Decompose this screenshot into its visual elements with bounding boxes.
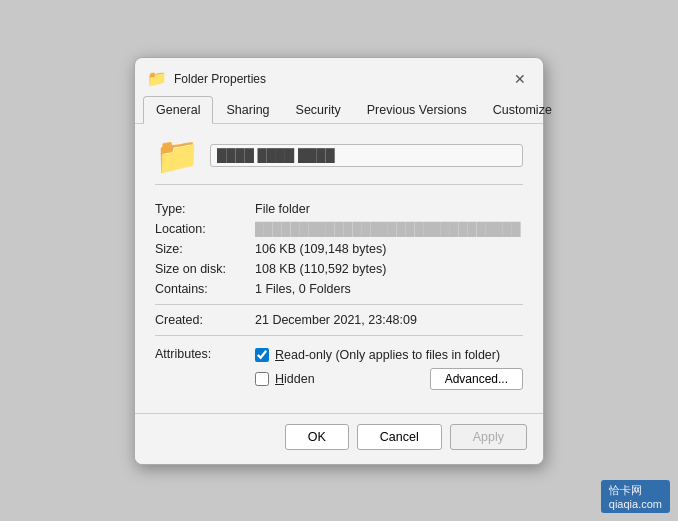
hidden-attr-row: Hidden Advanced... [255, 368, 523, 390]
properties-dialog: 📁 Folder Properties ✕ General Sharing Se… [134, 57, 544, 465]
tab-previous-versions[interactable]: Previous Versions [354, 96, 480, 123]
attributes-section: Read-only (Only applies to files in fold… [255, 348, 523, 390]
table-row: Type: File folder [155, 199, 523, 219]
readonly-label: Read-only (Only applies to files in fold… [275, 348, 500, 362]
table-row: Size: 106 KB (109,148 bytes) [155, 239, 523, 259]
table-row: Contains: 1 Files, 0 Folders [155, 279, 523, 299]
separator-row [155, 299, 523, 310]
prop-value-size-on-disk: 108 KB (110,592 bytes) [255, 259, 523, 279]
content-area: 📁 Type: File folder Location: ██████████… [135, 124, 543, 413]
hidden-label: Hidden [275, 372, 315, 386]
dialog-title: Folder Properties [174, 72, 266, 86]
prop-value-location: ██████████████████████████████ [255, 219, 523, 239]
close-button[interactable]: ✕ [509, 68, 531, 90]
folder-icon: 📁 [155, 138, 200, 174]
title-bar-left: 📁 Folder Properties [147, 69, 266, 88]
tab-general[interactable]: General [143, 96, 213, 124]
prop-label-contains: Contains: [155, 279, 255, 299]
cancel-button[interactable]: Cancel [357, 424, 442, 450]
prop-label-size-on-disk: Size on disk: [155, 259, 255, 279]
watermark: 恰卡网qiaqia.com [601, 480, 670, 513]
tab-sharing[interactable]: Sharing [213, 96, 282, 123]
hidden-checkbox[interactable] [255, 372, 269, 386]
footer: OK Cancel Apply [135, 413, 543, 464]
title-folder-icon: 📁 [147, 69, 167, 88]
tab-customize[interactable]: Customize [480, 96, 565, 123]
table-row: Size on disk: 108 KB (110,592 bytes) [155, 259, 523, 279]
table-row: Location: ██████████████████████████████ [155, 219, 523, 239]
ok-button[interactable]: OK [285, 424, 349, 450]
prop-label-size: Size: [155, 239, 255, 259]
readonly-checkbox[interactable] [255, 348, 269, 362]
apply-button[interactable]: Apply [450, 424, 527, 450]
prop-label-location: Location: [155, 219, 255, 239]
prop-label-attributes: Attributes: [155, 341, 255, 399]
prop-value-contains: 1 Files, 0 Folders [255, 279, 523, 299]
readonly-attr-row: Read-only (Only applies to files in fold… [255, 348, 523, 362]
prop-value-size: 106 KB (109,148 bytes) [255, 239, 523, 259]
properties-table: Type: File folder Location: ████████████… [155, 199, 523, 399]
folder-name-input[interactable] [210, 144, 523, 167]
table-row: Created: 21 December 2021, 23:48:09 [155, 310, 523, 330]
prop-value-type: File folder [255, 199, 523, 219]
attributes-row: Attributes: Read-only (Only applies to f… [155, 341, 523, 399]
tabs-bar: General Sharing Security Previous Versio… [135, 96, 543, 124]
separator-row-2 [155, 330, 523, 341]
folder-row: 📁 [155, 138, 523, 185]
prop-label-created: Created: [155, 310, 255, 330]
prop-value-created: 21 December 2021, 23:48:09 [255, 310, 523, 330]
tab-security[interactable]: Security [283, 96, 354, 123]
prop-label-type: Type: [155, 199, 255, 219]
title-bar: 📁 Folder Properties ✕ [135, 58, 543, 96]
advanced-button[interactable]: Advanced... [430, 368, 523, 390]
